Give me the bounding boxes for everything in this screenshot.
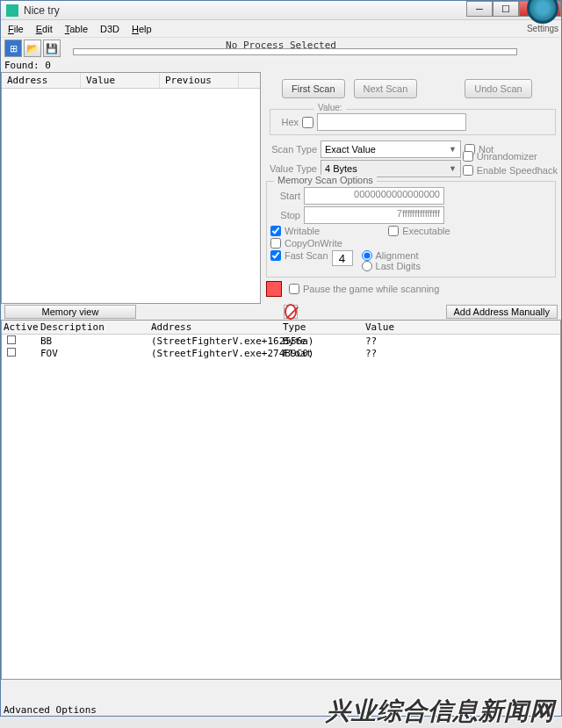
fastscan-checkbox[interactable] (270, 250, 281, 261)
unrandomizer-checkbox[interactable] (463, 151, 473, 162)
scan-panel: First Scan Next Scan Undo Scan Value: He… (261, 72, 561, 304)
speedhack-checkbox[interactable] (463, 165, 473, 176)
menu-d3d[interactable]: D3D (100, 24, 119, 34)
watermark: 兴业综合信息新闻网 (326, 695, 555, 728)
hex-checkbox[interactable] (302, 117, 313, 128)
writable-checkbox[interactable] (270, 226, 281, 236)
next-scan-button[interactable]: Next Scan (354, 79, 418, 98)
pause-checkbox[interactable] (289, 284, 299, 294)
hex-label: Hex (272, 117, 299, 127)
menu-edit[interactable]: Edit (36, 24, 53, 34)
progress-bar (73, 48, 517, 55)
titlebar: Nice try ─ ☐ ✕ (1, 1, 561, 20)
stop-input[interactable]: 7fffffffffffffff (304, 206, 444, 224)
mem-options-title: Memory Scan Options (274, 175, 377, 185)
col-value[interactable]: Value (364, 321, 451, 334)
lastdigits-radio[interactable] (362, 261, 372, 271)
col-active[interactable]: Active (2, 321, 39, 334)
add-address-button[interactable]: Add Address Manually (446, 305, 558, 319)
scan-type-select[interactable]: Exact Value▼ (321, 141, 461, 158)
minimize-button[interactable]: ─ (466, 1, 493, 17)
found-label: Found: 0 (1, 59, 561, 72)
fastscan-value[interactable] (332, 250, 353, 266)
value-input[interactable] (317, 113, 466, 131)
no-icon (285, 304, 297, 320)
undo-scan-button[interactable]: Undo Scan (465, 79, 531, 98)
settings-button[interactable]: Settings (524, 0, 561, 33)
app-icon (6, 4, 18, 17)
window-title: Nice try (24, 4, 60, 17)
select-process-button[interactable]: ⊞ (4, 40, 22, 57)
save-button[interactable]: 💾 (43, 40, 61, 57)
col-type[interactable]: Type (281, 321, 364, 334)
result-list[interactable]: Address Value Previous (1, 72, 261, 304)
advanced-options[interactable]: Advanced Options (4, 704, 97, 716)
copyonwrite-checkbox[interactable] (270, 238, 281, 249)
menu-help[interactable]: Help (132, 24, 152, 34)
col-address[interactable]: Address (2, 73, 81, 88)
first-scan-button[interactable]: First Scan (282, 79, 345, 98)
scan-type-label: Scan Type (266, 144, 317, 155)
active-checkbox[interactable] (7, 335, 16, 344)
alignment-radio[interactable] (362, 250, 372, 261)
gear-icon (527, 0, 558, 24)
value-type-label: Value Type (266, 163, 317, 174)
active-checkbox[interactable] (7, 348, 16, 357)
table-row[interactable]: BB(StreetFighterV.exe+162556a)Byte?? (2, 335, 560, 347)
menu-file[interactable]: File (8, 24, 24, 34)
scan-down-button[interactable] (266, 281, 282, 297)
cheat-table[interactable]: Active Description Address Type Value BB… (1, 320, 561, 680)
col-description[interactable]: Description (39, 321, 149, 334)
table-row[interactable]: FOV(StreetFighterV.exe+274B9C0)Float?? (2, 347, 560, 359)
memory-view-button[interactable]: Memory view (4, 305, 136, 319)
col-previous[interactable]: Previous (160, 73, 239, 88)
start-input[interactable]: 0000000000000000 (304, 187, 444, 205)
col-value[interactable]: Value (81, 73, 160, 88)
open-button[interactable]: 📂 (24, 40, 41, 57)
clear-list-button[interactable] (284, 305, 298, 319)
menu-table[interactable]: Table (65, 24, 88, 34)
toolbar: ⊞ 📂 💾 No Process Selected Settings (1, 38, 561, 59)
col-address[interactable]: Address (149, 321, 281, 334)
value-legend: Value: (314, 103, 346, 112)
menubar: File Edit Table D3D Help (1, 20, 561, 38)
executable-checkbox[interactable] (388, 226, 399, 236)
maximize-button[interactable]: ☐ (493, 1, 519, 17)
